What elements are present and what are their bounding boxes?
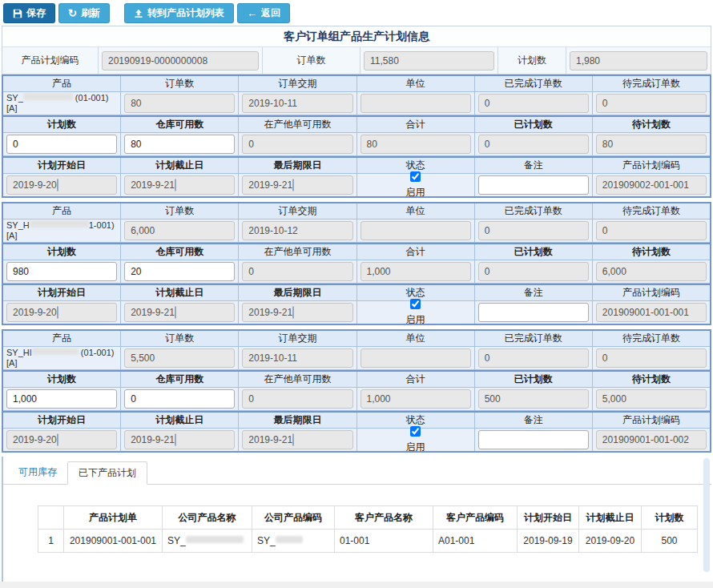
other-order-qty-value: 0: [242, 135, 352, 154]
done-qty-value: 0: [478, 221, 589, 240]
header-end-date: 计划截止日: [120, 158, 238, 173]
summary-order-qty-field: 11,580: [361, 47, 498, 74]
back-button[interactable]: ← 返回: [237, 3, 290, 23]
tab-available-stock[interactable]: 可用库存: [8, 461, 67, 484]
deadline-picker[interactable]: 2019-9-21: [242, 430, 352, 449]
status-cell: 启用: [356, 174, 474, 196]
header-to-plan-qty: 待计划数: [592, 117, 710, 132]
calendar-icon[interactable]: [175, 179, 176, 191]
calendar-icon[interactable]: [292, 306, 294, 319]
todo-qty-value: 0: [596, 221, 707, 240]
header-total: 合计: [356, 244, 474, 260]
vertical-scrollbar[interactable]: [703, 458, 710, 572]
end-date-picker[interactable]: 2019-9-21: [124, 430, 235, 449]
header-product: 产品: [3, 203, 120, 219]
warehouse-qty-input[interactable]: [124, 262, 235, 281]
plan-qty-input[interactable]: [6, 262, 117, 281]
done-qty-value: 0: [478, 94, 589, 113]
warehouse-qty-input[interactable]: [124, 135, 235, 154]
company-product-name-cell: SY_: [163, 530, 252, 553]
other-order-qty-value: 0: [242, 389, 352, 409]
save-button[interactable]: 保存: [3, 3, 55, 23]
enabled-checkbox[interactable]: [410, 299, 421, 309]
header-unit: 单位: [356, 331, 474, 346]
table-row[interactable]: 1 201909001-001-001 SY_ SY_ 01-001 A01-0…: [38, 530, 698, 553]
order-qty-value: 5,500: [124, 348, 235, 368]
total-value: 1,000: [361, 389, 471, 409]
todo-qty-value: 0: [596, 94, 707, 113]
remark-input[interactable]: [478, 175, 589, 195]
product-name: SY_H1-001) [A]: [3, 219, 120, 242]
calendar-icon[interactable]: [292, 433, 294, 446]
plan-no-cell: 201909001-001-001: [64, 530, 163, 553]
header-todo-qty: 待完成订单数: [592, 76, 710, 91]
header-order-qty: 订单数: [120, 76, 238, 91]
to-plan-qty-value: 6,000: [596, 262, 707, 281]
summary-plan-code-value: 20190919-0000000008: [102, 51, 259, 70]
calendar-icon[interactable]: [57, 306, 58, 319]
row-number: 1: [38, 530, 64, 553]
header-product: 产品: [3, 76, 120, 91]
due-date-value: 2019-10-11: [242, 94, 352, 113]
header-start-date: 计划开始日: [3, 413, 120, 428]
deadline-picker[interactable]: 2019-9-21: [242, 303, 352, 322]
header-warehouse-qty: 仓库可用数: [120, 244, 238, 260]
end-date-picker[interactable]: 2019-9-21: [124, 303, 235, 322]
status-cell: 启用: [356, 429, 474, 451]
enabled-checkbox[interactable]: [410, 171, 421, 182]
end-date-picker[interactable]: 2019-9-21: [124, 175, 235, 195]
header-todo-qty: 待完成订单数: [592, 203, 710, 219]
start-date-picker[interactable]: 2019-9-20: [6, 175, 117, 195]
calendar-icon[interactable]: [57, 179, 58, 191]
header-end-date: 计划截止日: [120, 413, 238, 428]
header-plan-code: 产品计划编码: [592, 158, 710, 173]
enabled-checkbox[interactable]: [410, 426, 421, 437]
header-unit: 单位: [356, 76, 474, 91]
plan-qty-input[interactable]: [6, 389, 117, 409]
header-order-qty: 订单数: [120, 331, 238, 346]
summary-order-qty-label: 订单数: [263, 47, 361, 74]
status-cell: 启用: [356, 301, 474, 324]
header-unit: 单位: [356, 203, 474, 219]
header-plan-code: 产品计划编码: [592, 285, 710, 300]
refresh-icon: ↻: [68, 8, 77, 18]
header-order-qty: 订单数: [120, 203, 238, 219]
goto-plan-list-button[interactable]: 转到产品计划列表: [124, 3, 234, 23]
enabled-label: 启用: [406, 441, 425, 454]
page-title: 客户订单组产品生产计划信息: [2, 26, 711, 47]
col-start-date: 计划开始日: [518, 506, 579, 530]
remark-input[interactable]: [478, 430, 589, 449]
deadline-picker[interactable]: 2019-9-21: [242, 175, 352, 195]
header-due-date: 订单交期: [238, 331, 356, 346]
calendar-icon[interactable]: [57, 433, 58, 446]
header-other-order-qty: 在产他单可用数: [238, 244, 356, 260]
tab-placed-product-plans[interactable]: 已下产品计划: [67, 461, 147, 485]
start-date-picker[interactable]: 2019-9-20: [6, 430, 117, 449]
due-date-value: 2019-10-12: [242, 221, 352, 240]
start-date-picker[interactable]: 2019-9-20: [6, 303, 117, 322]
done-qty-value: 0: [478, 348, 589, 368]
plan-code-value: 201909001-001-001: [596, 303, 707, 322]
calendar-icon[interactable]: [175, 306, 176, 319]
horizontal-scrollbar[interactable]: [0, 582, 713, 588]
total-value: 80: [361, 135, 471, 154]
calendar-icon[interactable]: [175, 433, 176, 446]
warehouse-qty-input[interactable]: [124, 389, 235, 409]
unit-value: [361, 94, 471, 113]
col-customer-product-code: 客户产品编码: [433, 506, 518, 530]
header-due-date: 订单交期: [238, 203, 356, 219]
header-product: 产品: [3, 331, 120, 346]
plan-block-3: 产品 订单数 订单交期 单位 已完成订单数 待完成订单数 SY_HI (01-0…: [2, 329, 711, 453]
refresh-button[interactable]: ↻ 刷新: [58, 3, 110, 23]
product-name: SY_ (01-001) [A]: [3, 92, 120, 115]
header-due-date: 订单交期: [238, 76, 356, 91]
col-row-number: [38, 506, 64, 530]
header-warehouse-qty: 仓库可用数: [120, 372, 238, 387]
plan-code-value: 201909001-001-002: [596, 430, 707, 449]
plan-qty-input[interactable]: [6, 135, 117, 154]
calendar-icon[interactable]: [292, 179, 294, 191]
header-planned-qty: 已计划数: [474, 244, 592, 260]
remark-input[interactable]: [478, 303, 589, 322]
header-done-qty: 已完成订单数: [474, 203, 592, 219]
unit-value: [361, 221, 471, 240]
